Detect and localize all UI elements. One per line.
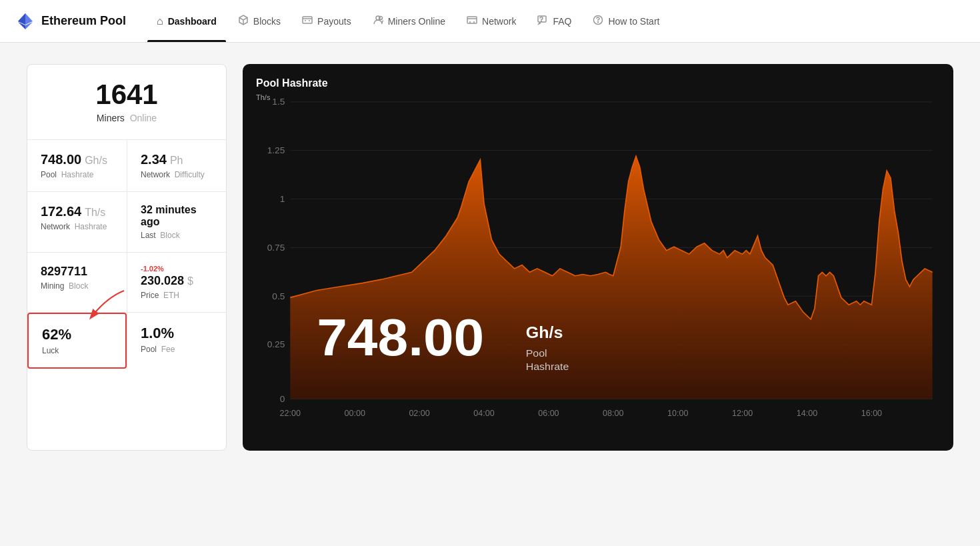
- miningblock-price-row: 8297711 Mining Block -1.02% 230.028 $ Pr…: [27, 253, 226, 312]
- svg-text:16:00: 16:00: [861, 409, 883, 418]
- pool-fee-cell: 1.0% Pool Fee: [127, 313, 226, 369]
- last-block-value: 32 minutes ago: [141, 204, 213, 228]
- network-hashrate-value: 172.64 Th/s: [41, 204, 113, 219]
- ethereum-logo: [16, 12, 35, 31]
- luck-cell: 62% Luck: [27, 313, 127, 369]
- nav-label-network: Network: [482, 16, 516, 27]
- svg-text:04:00: 04:00: [473, 409, 495, 418]
- hashrate-difficulty-row: 748.00 Gh/s Pool Hashrate 2.34 Ph Networ…: [27, 140, 226, 191]
- svg-text:14:00: 14:00: [797, 409, 818, 418]
- miners-label-main: Miners: [97, 113, 125, 123]
- svg-text:12:00: 12:00: [732, 409, 753, 418]
- svg-text:1: 1: [280, 194, 285, 204]
- network-difficulty-label: Network Difficulty: [141, 170, 213, 179]
- nav-label-how-to-start: How to Start: [608, 16, 659, 27]
- svg-text:Hashrate: Hashrate: [526, 361, 569, 372]
- nav-item-network[interactable]: Network: [457, 0, 525, 42]
- last-block-label: Last Block: [141, 231, 213, 240]
- nav-label-faq: FAQ: [553, 16, 571, 27]
- chart-svg: 1.5 1.25 1 0.75 0.5 0.25 0: [256, 95, 940, 428]
- svg-text:0: 0: [280, 394, 285, 404]
- luck-poolfee-row: 62% Luck 1.0% Pool Fee: [27, 313, 226, 369]
- nav-item-dashboard[interactable]: ⌂ Dashboard: [147, 0, 226, 42]
- svg-point-9: [541, 21, 542, 21]
- hashrate-difficulty-block: 748.00 Gh/s Pool Hashrate 2.34 Ph Networ…: [27, 140, 226, 192]
- svg-point-11: [598, 21, 599, 22]
- pool-fee-value: 1.0%: [141, 325, 213, 342]
- nav-label-dashboard: Dashboard: [168, 16, 217, 27]
- svg-text:00:00: 00:00: [345, 409, 366, 418]
- network-icon: [467, 15, 477, 28]
- nav-label-blocks: Blocks: [253, 16, 281, 27]
- chart-container: 1.5 1.25 1 0.75 0.5 0.25 0: [256, 95, 940, 428]
- svg-text:22:00: 22:00: [280, 409, 301, 418]
- help-icon: [593, 15, 603, 28]
- last-block-cell: 32 minutes ago Last Block: [127, 192, 226, 252]
- blocks-icon: [238, 15, 249, 28]
- network-hashrate-cell: 172.64 Th/s Network Hashrate: [27, 192, 127, 252]
- svg-point-6: [379, 16, 382, 19]
- luck-label: Luck: [42, 346, 112, 355]
- mining-block-cell: 8297711 Mining Block: [27, 253, 127, 312]
- page-content: 1641 Miners Online 748.00 Gh/s Pool Hash…: [0, 43, 980, 472]
- nav-item-how-to-start[interactable]: How to Start: [583, 0, 669, 42]
- svg-text:0.25: 0.25: [267, 340, 285, 350]
- pool-hashrate-cell: 748.00 Gh/s Pool Hashrate: [27, 140, 127, 191]
- luck-value: 62%: [42, 326, 112, 343]
- price-eth-label: Price ETH: [141, 291, 213, 300]
- svg-text:0.75: 0.75: [267, 243, 285, 253]
- nethashrate-lastblock-block: 172.64 Th/s Network Hashrate 32 minutes …: [27, 192, 226, 253]
- svg-text:1.25: 1.25: [267, 145, 285, 155]
- svg-text:Pool: Pool: [526, 348, 547, 359]
- svg-text:06:00: 06:00: [538, 409, 559, 418]
- svg-text:10:00: 10:00: [667, 409, 689, 418]
- nav-label-payouts: Payouts: [317, 16, 351, 27]
- price-change-badge: -1.02%: [141, 265, 213, 273]
- svg-text:0.5: 0.5: [272, 291, 285, 301]
- svg-text:08:00: 08:00: [603, 409, 624, 418]
- miners-online-label: Miners Online: [43, 113, 210, 123]
- network-hashrate-label: Network Hashrate: [41, 222, 113, 231]
- mining-block-label: Mining Block: [41, 281, 113, 291]
- miners-label-muted: Online: [130, 113, 157, 123]
- chart-title: Pool Hashrate: [256, 77, 940, 89]
- pool-hashrate-value: 748.00 Gh/s: [41, 152, 113, 167]
- payouts-icon: [302, 15, 313, 28]
- chart-panel: Pool Hashrate Th/s 1.5 1.25 1 0.75 0.5 0…: [243, 64, 953, 451]
- pool-hashrate-label: Pool Hashrate: [41, 170, 113, 179]
- miners-online-block: 1641 Miners Online: [27, 65, 226, 140]
- svg-text:Gh/s: Gh/s: [526, 324, 563, 341]
- network-difficulty-value: 2.34 Ph: [141, 152, 213, 167]
- brand-link[interactable]: Ethereum Pool: [16, 12, 126, 31]
- luck-poolfee-block: 62% Luck 1.0% Pool Fee: [27, 313, 226, 369]
- miners-icon: [373, 15, 383, 28]
- nav-item-miners-online[interactable]: Miners Online: [363, 0, 455, 42]
- svg-text:748.00: 748.00: [317, 308, 484, 367]
- miningblock-price-block: 8297711 Mining Block -1.02% 230.028 $ Pr…: [27, 253, 226, 313]
- pool-fee-label: Pool Fee: [141, 345, 213, 354]
- nav-item-faq[interactable]: FAQ: [528, 0, 581, 42]
- brand-name: Ethereum Pool: [41, 14, 126, 28]
- nav-items: ⌂ Dashboard Blocks Payouts: [147, 0, 669, 42]
- navbar: Ethereum Pool ⌂ Dashboard Blocks: [0, 0, 980, 43]
- network-difficulty-cell: 2.34 Ph Network Difficulty: [127, 140, 226, 191]
- svg-text:1.5: 1.5: [272, 97, 285, 107]
- nav-label-miners-online: Miners Online: [388, 16, 445, 27]
- svg-rect-7: [467, 17, 477, 23]
- home-icon: ⌂: [157, 15, 163, 27]
- nethashrate-lastblock-row: 172.64 Th/s Network Hashrate 32 minutes …: [27, 192, 226, 252]
- price-eth-cell: -1.02% 230.028 $ Price ETH: [127, 253, 226, 312]
- mining-block-value: 8297711: [41, 265, 113, 279]
- svg-text:02:00: 02:00: [409, 409, 430, 418]
- miners-online-value: 1641: [43, 81, 210, 109]
- nav-item-blocks[interactable]: Blocks: [229, 0, 290, 42]
- svg-rect-4: [303, 17, 312, 23]
- price-eth-value: 230.028 $: [141, 274, 213, 288]
- stats-panel: 1641 Miners Online 748.00 Gh/s Pool Hash…: [27, 64, 227, 451]
- nav-item-payouts[interactable]: Payouts: [293, 0, 361, 42]
- faq-icon: [537, 15, 548, 28]
